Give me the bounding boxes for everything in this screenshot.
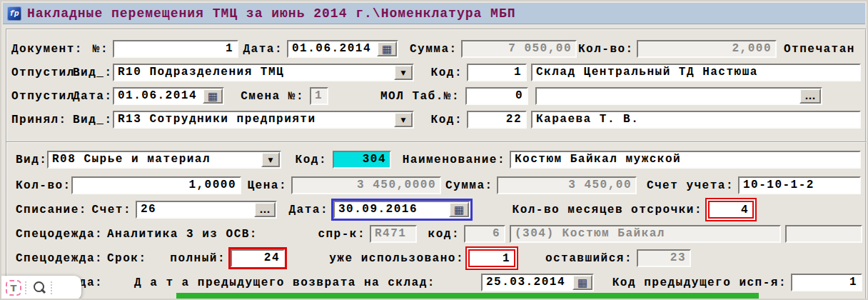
analytics-extra-value — [787, 226, 861, 241]
defer-months-label: Кол-во месяцев отсрочки: — [475, 201, 702, 219]
ref-field: R471 — [370, 225, 417, 243]
document-date-field[interactable]: 01.06.2014 ▦ — [287, 40, 398, 58]
writeoff-account-field[interactable]: 26 ... — [136, 201, 277, 219]
item-price-label: Цена: — [246, 176, 287, 195]
item-code-label: Код: — [290, 151, 327, 169]
item-code-field[interactable]: 304 — [333, 151, 391, 169]
item-code-value: 304 — [334, 152, 390, 167]
chevron-down-icon[interactable]: ▼ — [394, 112, 413, 127]
issued-code-field[interactable]: 1 — [467, 64, 527, 81]
printed-label: Отпечатан — [784, 40, 855, 59]
lookup-ellipsis-button[interactable]: ... — [254, 202, 276, 217]
term-full-field[interactable]: 24 — [231, 249, 285, 267]
received-kind-combo[interactable]: R13 Сотрудники предприяти ▼ — [113, 111, 414, 129]
term-used-field[interactable]: 1 — [468, 249, 515, 267]
mol-tab-label: МОЛ Таб.№: — [333, 87, 460, 106]
analytics-name-field: (304) Костюм Байкал — [510, 225, 781, 243]
issued-name-field[interactable]: Склад Центральный ТД Настюша — [531, 64, 861, 81]
shift-label: Смена №: — [230, 87, 304, 106]
writeoff-date-value: 30.09.2016 — [335, 202, 449, 217]
document-sum-field: 7 050,00 — [461, 40, 577, 58]
return-date-label: Д а т а предыдущего возврата на склад: — [134, 274, 435, 292]
calendar-icon[interactable]: ▦ — [377, 41, 397, 56]
app-window: fp Накладные перемещения ТМЦ за июнь 201… — [0, 0, 868, 300]
prev-code-field[interactable]: 1 — [791, 274, 862, 291]
lookup-ellipsis-button[interactable]: ... — [799, 89, 821, 104]
issued-date-row-label: Отпустил: — [11, 87, 83, 106]
analytics-code-field: 6 — [464, 225, 505, 243]
workwear-analytics-row-label: Спецодежда: — [16, 225, 103, 244]
writeoff-account-value: 26 — [137, 202, 254, 217]
document-date-value: 01.06.2014 — [288, 41, 377, 56]
analytics-name-value: (304) Костюм Байкал — [511, 226, 779, 241]
analytics-extra-field — [785, 225, 862, 243]
writeoff-date-highlight: 30.09.2016 ▦ — [331, 199, 473, 221]
term-remaining-field: 23 — [637, 249, 691, 267]
received-code-label: Код: — [427, 111, 463, 129]
issued-date-field[interactable]: 01.06.2014 ▦ — [113, 87, 224, 105]
item-price-field: 3 450,0000 — [291, 176, 441, 194]
analytics-code-label: код: — [421, 225, 460, 244]
item-qty-field[interactable]: 1,0000 — [71, 176, 241, 194]
item-name-field[interactable]: Костюм Байкал мужской — [510, 151, 861, 169]
app-icon: fp — [7, 6, 21, 21]
document-number-field[interactable]: 1 — [113, 40, 238, 58]
item-sum-field: 3 450,00 — [497, 176, 637, 194]
issued-date-value: 01.06.2014 — [114, 89, 203, 104]
item-sum-value: 3 450,00 — [498, 178, 635, 193]
received-name-field[interactable]: Караева Т. В. — [531, 111, 861, 129]
item-kind-value: R08 Сырье и материал — [49, 152, 261, 167]
chevron-down-icon[interactable]: ▼ — [394, 65, 413, 80]
text-tool-button[interactable]: T — [6, 280, 21, 296]
mol-tab-field[interactable]: 0 — [465, 87, 528, 105]
calendar-icon[interactable]: ▦ — [203, 89, 223, 104]
term-label: Срок: — [107, 249, 147, 268]
account-label: Счет учета: — [640, 176, 734, 195]
chevron-down-icon[interactable]: ▼ — [261, 152, 280, 167]
received-name-value: Караева Т. В. — [533, 112, 859, 127]
return-date-value: 25.03.2014 — [483, 275, 572, 290]
issued-code-label: Код: — [427, 64, 463, 82]
item-qty-value: 1,0000 — [73, 178, 240, 193]
item-kind-label: Вид: — [16, 151, 47, 169]
account-field[interactable]: 10-10-1-2 — [738, 176, 861, 194]
term-full-value: 24 — [232, 251, 283, 266]
defer-months-field[interactable]: 4 — [708, 201, 754, 219]
issued-kind-label: Вид_: — [73, 64, 108, 82]
progress-bar — [176, 293, 759, 299]
writeoff-date-field[interactable]: 30.09.2016 ▦ — [333, 201, 470, 219]
term-used-value: 1 — [503, 252, 510, 265]
mol-name-value — [537, 89, 799, 104]
writeoff-label: Списание: — [16, 201, 87, 219]
item-kind-combo[interactable]: R08 Сырье и материал ▼ — [47, 151, 281, 169]
calendar-icon[interactable]: ▦ — [449, 202, 469, 217]
received-code-field[interactable]: 22 — [467, 111, 527, 129]
return-date-field[interactable]: 25.03.2014 ▦ — [481, 274, 594, 291]
calendar-icon[interactable]: ▦ — [572, 275, 592, 290]
document-number-label: №: — [80, 40, 108, 59]
received-kind-value: R13 Сотрудники предприяти — [114, 112, 394, 127]
window-title: Накладные перемещения ТМЦ за июнь 2014 г… — [27, 6, 516, 21]
magnifier-icon[interactable] — [31, 280, 47, 296]
writeoff-account-label: Счет: — [86, 201, 131, 219]
analytics-label: Аналитика 3 из ОСВ: — [107, 225, 258, 244]
term-used-label: уже использовано: — [293, 249, 464, 268]
defer-months-value: 4 — [741, 204, 749, 216]
document-qty-label: Кол-во: — [578, 40, 632, 59]
item-sum-label: Сумма: — [445, 176, 493, 195]
mol-name-field[interactable]: ... — [535, 87, 822, 105]
document-sum-label: Сумма: — [410, 40, 455, 59]
annotation-toolbar: T — [1, 276, 81, 300]
issued-kind-combo[interactable]: R10 Подразделения ТМЦ ▼ — [113, 64, 414, 81]
account-value: 10-10-1-2 — [740, 178, 859, 193]
shift-field: 1 — [310, 87, 328, 105]
document-sum-value: 7 050,00 — [463, 41, 575, 56]
toolbar-separator — [25, 281, 28, 294]
document-date-label: Дата: — [241, 40, 283, 59]
title-bar: fp Накладные перемещения ТМЦ за июнь 201… — [3, 3, 865, 24]
received-by-label: Принял: — [11, 111, 67, 129]
workwear-term-row-label: Спецодежда: — [16, 249, 103, 268]
defer-months-highlight: 4 — [705, 198, 757, 221]
analytics-code-value: 6 — [465, 226, 504, 241]
issued-name-value: Склад Центральный ТД Настюша — [533, 65, 859, 80]
